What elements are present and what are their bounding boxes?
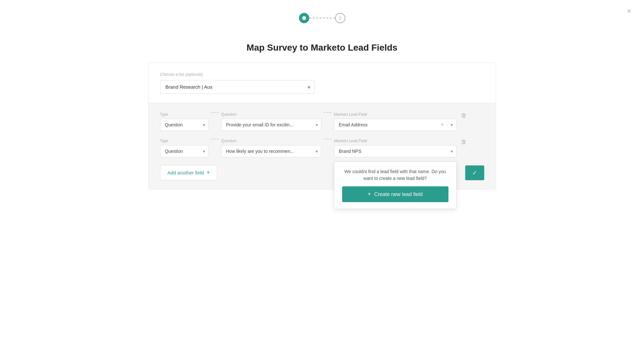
question-select-wrapper-2: How likely are you to recommen... ▾ — [221, 145, 321, 157]
marketo-label-1: Marketo Lead Field — [334, 112, 457, 117]
add-field-plus-icon: + — [207, 169, 210, 176]
question-label-2: Question — [221, 139, 321, 143]
question-label-1: Question — [221, 112, 321, 117]
marketo-chevron-btn-2[interactable]: ▾ — [447, 147, 456, 156]
create-lead-field-button[interactable]: + Create new lead field — [342, 186, 448, 202]
question-select-1[interactable]: Provide your email ID for excitin... — [221, 119, 321, 131]
mapping-row-1: Type Question ▾ Question — [160, 112, 484, 131]
type-group-1: Type Question ▾ — [160, 112, 208, 131]
close-button[interactable]: × — [627, 8, 631, 15]
question-select-2[interactable]: How likely are you to recommen... — [221, 145, 321, 157]
marketo-input-1[interactable] — [334, 119, 438, 131]
main-card: Choose a list (optional) Brand Research … — [148, 63, 496, 190]
marketo-group-1: Marketo Lead Field × ▾ — [334, 112, 457, 131]
mapping-section: Type Question ▾ Question — [149, 103, 496, 189]
create-lead-btn-label: Create new lead field — [374, 192, 423, 197]
type-select-wrapper-2: Question ▾ — [160, 145, 208, 157]
marketo-group-2: Marketo Lead Field ▾ We couldnt find a l… — [334, 139, 457, 157]
tooltip-message: We couldnt find a lead field with that n… — [342, 168, 448, 182]
delete-btn-2[interactable]: 🗑 — [461, 139, 467, 149]
marketo-input-2[interactable] — [334, 145, 447, 157]
marketo-chevron-btn-1[interactable]: ▾ — [447, 121, 456, 129]
delete-btn-1[interactable]: 🗑 — [461, 112, 467, 122]
type-group-2: Type Question ▾ — [160, 139, 208, 157]
connector-line-3 — [211, 139, 219, 139]
connector-1 — [211, 112, 219, 119]
connector-3 — [211, 139, 219, 145]
question-select-wrapper-1: Provide your email ID for excitin... ▾ — [221, 119, 321, 131]
list-section: Choose a list (optional) Brand Research … — [149, 63, 496, 103]
mapping-row-2: Type Question ▾ Question — [160, 139, 484, 157]
question-group-1: Question Provide your email ID for excit… — [221, 112, 321, 131]
trash-icon-2: 🗑 — [461, 139, 467, 145]
mapping-section-inner: Type Question ▾ Question — [160, 112, 484, 180]
check-icon: ✓ — [472, 169, 477, 176]
marketo-input-group-1: × ▾ — [334, 119, 457, 131]
type-label-2: Type — [160, 139, 208, 143]
list-select[interactable]: Brand Research | Aus — [160, 80, 315, 94]
trash-icon-1: 🗑 — [461, 112, 467, 119]
type-select-2[interactable]: Question — [160, 145, 208, 157]
connector-line-2 — [324, 112, 332, 113]
connector-line-1 — [211, 112, 219, 113]
connector-2 — [324, 112, 332, 119]
marketo-clear-btn-1[interactable]: × — [437, 120, 447, 129]
confirm-button[interactable]: ✓ — [465, 165, 484, 180]
connector-4 — [324, 139, 332, 145]
type-label-1: Type — [160, 112, 208, 117]
question-group-2: Question How likely are you to recommen.… — [221, 139, 321, 157]
step-connector-line — [309, 18, 335, 18]
create-lead-plus-icon: + — [368, 191, 371, 198]
connector-line-4 — [324, 139, 332, 139]
step-1-active — [299, 13, 309, 23]
list-label: Choose a list (optional) — [160, 72, 484, 77]
step-2-inactive: 2 — [335, 13, 345, 23]
type-select-1[interactable]: Question — [160, 119, 208, 131]
type-select-wrapper-1: Question ▾ — [160, 119, 208, 131]
marketo-label-2: Marketo Lead Field — [334, 139, 457, 143]
add-field-label: Add another field — [168, 170, 204, 175]
page-title: Map Survey to Marketo Lead Fields — [0, 43, 644, 53]
add-field-button[interactable]: Add another field + — [160, 165, 217, 180]
marketo-input-group-2: ▾ — [334, 145, 457, 157]
list-select-wrapper: Brand Research | Aus ▾ — [160, 80, 315, 94]
step-1-inner — [302, 16, 306, 20]
stepper: 2 — [0, 0, 644, 30]
tooltip-popup: We couldnt find a lead field with that n… — [334, 162, 457, 209]
